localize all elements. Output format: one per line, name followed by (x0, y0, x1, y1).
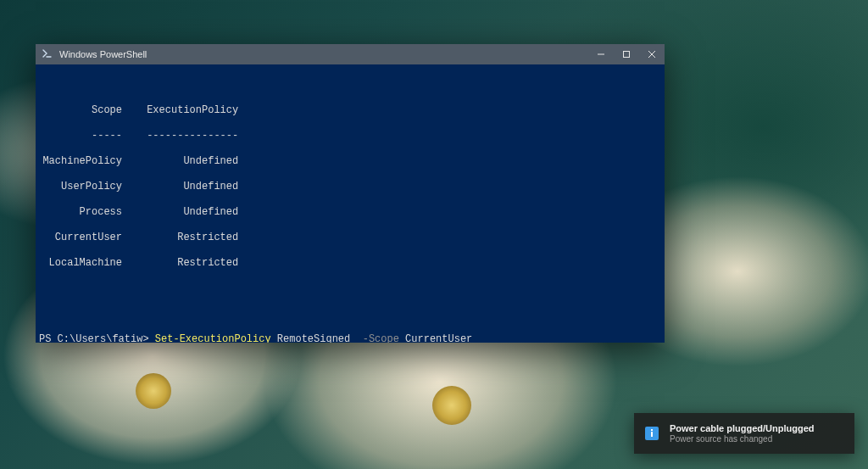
powershell-window: Windows PowerShell Scope ExecutionPolicy… (36, 44, 665, 343)
toast-notification[interactable]: Power cable plugged/Unplugged Power sour… (634, 413, 854, 454)
titlebar[interactable]: Windows PowerShell (36, 44, 665, 64)
close-button[interactable] (639, 44, 665, 64)
svg-rect-5 (651, 429, 653, 431)
terminal-output[interactable]: Scope ExecutionPolicy ----- ------------… (36, 64, 665, 343)
table-row: CurrentUser Restricted (39, 232, 661, 244)
info-icon (643, 424, 661, 443)
col-header-scope: Scope (39, 104, 122, 117)
divider: ----- (39, 130, 122, 142)
table-row: LocalMachine Restricted (39, 257, 661, 270)
maximize-button[interactable] (614, 44, 639, 64)
toast-title: Power cable plugged/Unplugged (670, 423, 815, 434)
svg-rect-6 (651, 432, 653, 437)
col-header-policy: ExecutionPolicy (128, 104, 238, 117)
minimize-button[interactable] (588, 44, 614, 64)
table-row: Process Undefined (39, 206, 661, 219)
window-title: Windows PowerShell (59, 49, 147, 59)
command-line-1: PS C:\Users\fatiw> Set-ExecutionPolicy R… (39, 333, 661, 343)
toast-subtitle: Power source has changed (670, 434, 815, 444)
svg-rect-1 (624, 52, 630, 58)
table-row: UserPolicy Undefined (39, 181, 661, 193)
table-row: MachinePolicy Undefined (39, 155, 661, 168)
powershell-icon (41, 47, 54, 61)
toast-body: Power cable plugged/Unplugged Power sour… (670, 423, 815, 444)
